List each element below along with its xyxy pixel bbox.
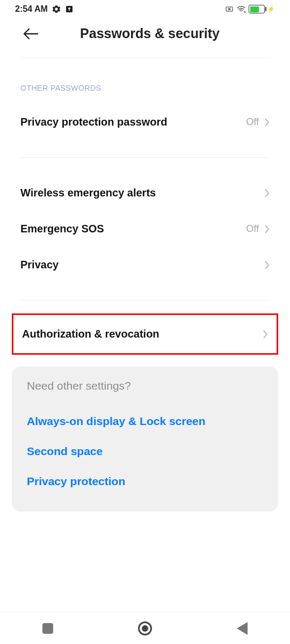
nav-home-button[interactable] bbox=[138, 621, 152, 635]
wifi-icon: 6 bbox=[237, 5, 245, 13]
link-always-on-display[interactable]: Always-on display & Lock screen bbox=[27, 406, 263, 436]
header-bar: Passwords & security bbox=[0, 17, 290, 57]
row-label: Wireless emergency alerts bbox=[20, 187, 264, 199]
battery-icon bbox=[249, 5, 265, 13]
chevron-right-icon bbox=[264, 118, 270, 127]
status-bar: 2:54 AM 6 ⚡ bbox=[0, 0, 290, 17]
screenshot-icon bbox=[225, 5, 234, 13]
section-header-other-passwords: OTHER PASSWORDS bbox=[0, 58, 290, 105]
row-emergency-sos[interactable]: Emergency SOS Off bbox=[0, 210, 290, 248]
row-label: Privacy bbox=[20, 259, 264, 271]
highlighted-row-container: Authorization & revocation bbox=[12, 313, 278, 355]
status-time: 2:54 AM bbox=[15, 4, 48, 14]
row-privacy-protection-password[interactable]: Privacy protection password Off bbox=[0, 105, 290, 139]
row-value: Off bbox=[246, 223, 259, 235]
svg-text:6: 6 bbox=[244, 10, 245, 13]
nav-back-button[interactable] bbox=[237, 622, 248, 635]
row-label: Privacy protection password bbox=[20, 116, 246, 128]
row-privacy[interactable]: Privacy bbox=[0, 248, 290, 282]
page-title: Passwords & security bbox=[39, 26, 276, 41]
card-prompt: Need other settings? bbox=[27, 379, 263, 392]
link-privacy-protection[interactable]: Privacy protection bbox=[27, 466, 263, 496]
link-second-space[interactable]: Second space bbox=[27, 436, 263, 466]
row-value: Off bbox=[246, 116, 259, 128]
arrow-left-icon bbox=[23, 28, 39, 40]
back-button[interactable] bbox=[23, 28, 39, 40]
chevron-right-icon bbox=[263, 330, 268, 339]
row-authorization-revocation[interactable]: Authorization & revocation bbox=[13, 315, 277, 353]
chevron-right-icon bbox=[264, 260, 270, 270]
row-label: Authorization & revocation bbox=[22, 328, 263, 340]
row-label: Emergency SOS bbox=[20, 223, 246, 235]
row-wireless-emergency-alerts[interactable]: Wireless emergency alerts bbox=[0, 176, 290, 210]
chevron-right-icon bbox=[264, 224, 270, 234]
other-settings-card: Need other settings? Always-on display &… bbox=[12, 367, 278, 511]
upload-icon bbox=[65, 5, 74, 13]
gear-icon bbox=[52, 5, 61, 13]
navigation-bar bbox=[0, 612, 290, 644]
charging-icon: ⚡ bbox=[267, 5, 275, 13]
nav-recent-button[interactable] bbox=[42, 623, 53, 634]
chevron-right-icon bbox=[264, 188, 270, 198]
